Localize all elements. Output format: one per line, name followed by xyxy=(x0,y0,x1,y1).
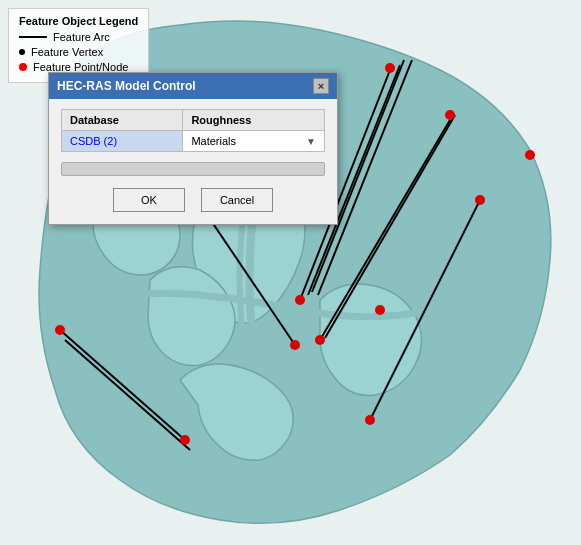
dialog-buttons: OK Cancel xyxy=(61,188,325,212)
legend-title: Feature Object Legend xyxy=(19,15,138,27)
dialog-titlebar: HEC-RAS Model Control × xyxy=(49,73,337,99)
col-header-roughness: Roughness xyxy=(183,110,325,131)
svg-point-13 xyxy=(525,150,535,160)
progress-bar-container xyxy=(61,162,325,176)
svg-point-11 xyxy=(385,63,395,73)
hec-ras-dialog: HEC-RAS Model Control × Database Roughne… xyxy=(48,72,338,225)
cancel-button[interactable]: Cancel xyxy=(201,188,273,212)
legend-arc-label: Feature Arc xyxy=(53,31,110,43)
svg-point-12 xyxy=(445,110,455,120)
table-row: CSDB (2) Materials ▼ xyxy=(62,131,325,152)
svg-point-20 xyxy=(180,435,190,445)
legend-point-icon xyxy=(19,63,27,71)
db-cell: CSDB (2) xyxy=(62,131,183,152)
svg-point-15 xyxy=(365,415,375,425)
materials-dropdown[interactable]: Materials ▼ xyxy=(191,135,316,147)
progress-bar-background xyxy=(61,162,325,176)
svg-point-16 xyxy=(315,335,325,345)
dialog-table: Database Roughness CSDB (2) Materials ▼ xyxy=(61,109,325,152)
legend-vertex-label: Feature Vertex xyxy=(31,46,103,58)
dropdown-arrow-icon: ▼ xyxy=(306,136,316,147)
svg-point-18 xyxy=(290,340,300,350)
legend-item-vertex: Feature Vertex xyxy=(19,46,138,58)
legend-item-arc: Feature Arc xyxy=(19,31,138,43)
svg-point-19 xyxy=(55,325,65,335)
roughness-cell[interactable]: Materials ▼ xyxy=(183,131,325,152)
dialog-title: HEC-RAS Model Control xyxy=(57,79,196,93)
svg-point-14 xyxy=(475,195,485,205)
materials-value: Materials xyxy=(191,135,236,147)
legend-vertex-icon xyxy=(19,49,25,55)
ok-button[interactable]: OK xyxy=(113,188,185,212)
svg-point-21 xyxy=(375,305,385,315)
svg-point-17 xyxy=(295,295,305,305)
dialog-body: Database Roughness CSDB (2) Materials ▼ xyxy=(49,99,337,224)
dialog-close-button[interactable]: × xyxy=(313,78,329,94)
col-header-database: Database xyxy=(62,110,183,131)
legend-line-icon xyxy=(19,36,47,38)
